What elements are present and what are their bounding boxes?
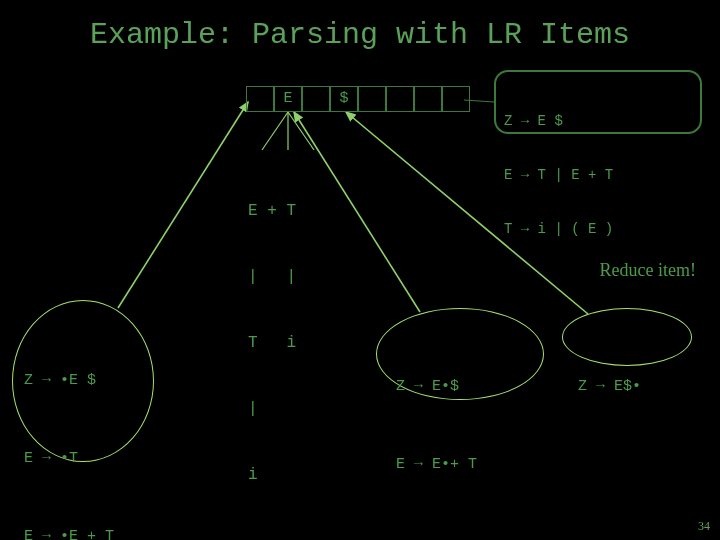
tree-line: E + T (248, 200, 296, 222)
grammar-line: T → i | ( E ) (504, 220, 692, 238)
page-number: 34 (698, 519, 710, 534)
tree-line: | (248, 398, 296, 420)
tape-cell: $ (330, 86, 358, 112)
grammar-box: Z → E $ E → T | E + T T → i | ( E ) (494, 70, 702, 134)
tape-cell (302, 86, 330, 112)
svg-line-4 (262, 112, 288, 150)
lr-item: Z → E•$ (396, 374, 477, 400)
itemset-c: Z → E$• (578, 322, 641, 426)
tape-cell (442, 86, 470, 112)
tape-cell (246, 86, 274, 112)
input-tape: E $ (246, 86, 470, 112)
tape-cell (358, 86, 386, 112)
lr-item: E → •E + T (24, 524, 114, 540)
lr-item: E → •T (24, 446, 114, 472)
tape-cell (386, 86, 414, 112)
lr-item: Z → •E $ (24, 368, 114, 394)
reduce-item-note: Reduce item! (600, 260, 696, 281)
grammar-line: Z → E $ (504, 112, 692, 130)
itemset-b: Z → E•$ E → E•+ T (396, 322, 477, 504)
svg-line-6 (288, 112, 314, 150)
svg-line-1 (294, 112, 420, 312)
svg-line-0 (118, 102, 248, 308)
lr-item: E → E•+ T (396, 452, 477, 478)
itemset-a: Z → •E $ E → •T E → •E + T T → •i T → •(… (24, 316, 114, 540)
tree-line: i (248, 464, 296, 486)
tape-cell: E (274, 86, 302, 112)
lr-item: Z → E$• (578, 374, 641, 400)
grammar-line: E → T | E + T (504, 166, 692, 184)
tree-line: | | (248, 266, 296, 288)
slide-title: Example: Parsing with LR Items (0, 18, 720, 52)
tree-line: T i (248, 332, 296, 354)
tape-cell (414, 86, 442, 112)
parse-tree: E + T | | T i | i (248, 156, 296, 508)
